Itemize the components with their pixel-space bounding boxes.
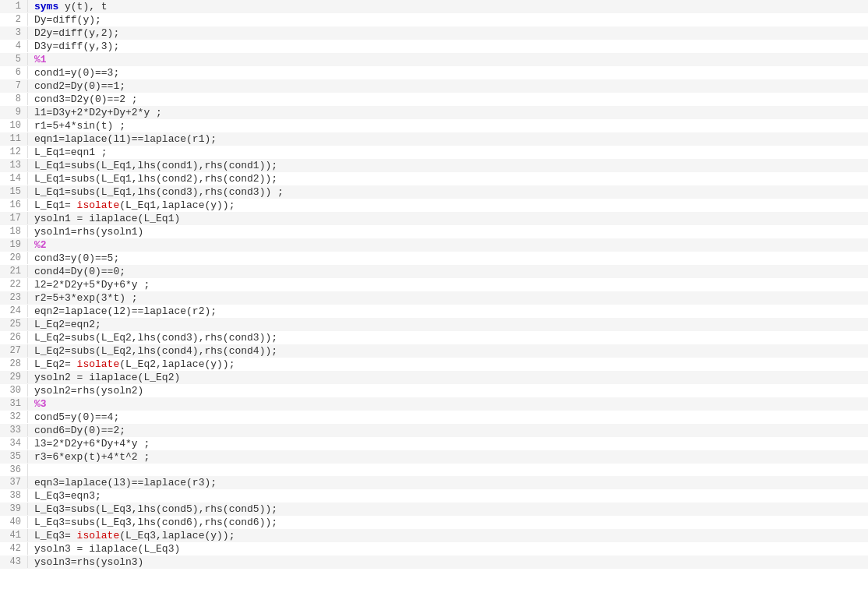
code-line: 29ysoln2 = ilaplace(L_Eq2) <box>0 371 868 384</box>
line-content: cond3=D2y(0)==2 ; <box>28 93 868 106</box>
code-line: 40L_Eq3=subs(L_Eq3,lhs(cond6),rhs(cond6)… <box>0 516 868 529</box>
line-number: 34 <box>0 437 28 450</box>
code-line: 28L_Eq2= isolate(L_Eq2,laplace(y)); <box>0 358 868 371</box>
code-editor: 1syms y(t), t2Dy=diff(y);3D2y=diff(y,2);… <box>0 0 868 589</box>
line-number: 14 <box>0 172 28 185</box>
line-number: 12 <box>0 146 28 158</box>
line-number: 22 <box>0 278 28 291</box>
line-content: L_Eq1=subs(L_Eq1,lhs(cond1),rhs(cond1)); <box>28 159 868 172</box>
line-number: 30 <box>0 384 28 397</box>
code-line: 1syms y(t), t <box>0 0 868 13</box>
code-line: 26L_Eq2=subs(L_Eq2,lhs(cond3),rhs(cond3)… <box>0 331 868 344</box>
line-content: r1=5+4*sin(t) ; <box>28 119 868 132</box>
line-content: eqn3=laplace(l3)==laplace(r3); <box>28 476 868 489</box>
code-line: 10r1=5+4*sin(t) ; <box>0 119 868 132</box>
code-line: 35r3=6*exp(t)+4*t^2 ; <box>0 450 868 464</box>
code-line: 41L_Eq3= isolate(L_Eq3,laplace(y)); <box>0 529 868 542</box>
code-line: 34l3=2*D2y+6*Dy+4*y ; <box>0 437 868 450</box>
line-number: 17 <box>0 212 28 224</box>
line-number: 24 <box>0 305 28 317</box>
line-content: ysoln3 = ilaplace(L_Eq3) <box>28 542 868 555</box>
line-content: ysoln3=rhs(ysoln3) <box>28 555 868 569</box>
code-line: 24eqn2=laplace(l2)==laplace(r2); <box>0 305 868 318</box>
line-number: 16 <box>0 199 28 211</box>
line-number: 18 <box>0 225 28 238</box>
code-line: 37eqn3=laplace(l3)==laplace(r3); <box>0 476 868 489</box>
line-number: 19 <box>0 238 28 251</box>
line-content: L_Eq3= isolate(L_Eq3,laplace(y)); <box>28 529 868 542</box>
line-content: ysoln2=rhs(ysoln2) <box>28 384 868 397</box>
line-number: 2 <box>0 13 28 26</box>
line-number: 40 <box>0 516 28 528</box>
line-content: %2 <box>28 238 868 252</box>
line-content: cond3=y(0)==5; <box>28 252 868 265</box>
line-number: 33 <box>0 424 28 436</box>
line-content: eqn1=laplace(l1)==laplace(r1); <box>28 132 868 146</box>
line-content <box>28 464 868 465</box>
line-content: L_Eq2=subs(L_Eq2,lhs(cond3),rhs(cond3)); <box>28 331 868 344</box>
line-content: cond4=Dy(0)==0; <box>28 265 868 278</box>
line-content: cond5=y(0)==4; <box>28 411 868 424</box>
line-content: %1 <box>28 53 868 66</box>
code-line: 5%1 <box>0 53 868 66</box>
line-number: 27 <box>0 344 28 357</box>
line-content: l2=2*D2y+5*Dy+6*y ; <box>28 278 868 291</box>
line-content: L_Eq1=subs(L_Eq1,lhs(cond3),rhs(cond3)) … <box>28 185 868 199</box>
code-line: 8cond3=D2y(0)==2 ; <box>0 93 868 106</box>
line-content: L_Eq1=subs(L_Eq1,lhs(cond2),rhs(cond2)); <box>28 172 868 185</box>
line-number: 37 <box>0 476 28 488</box>
line-number: 29 <box>0 371 28 383</box>
line-number: 35 <box>0 450 28 463</box>
line-number: 8 <box>0 93 28 105</box>
line-content: L_Eq1= isolate(L_Eq1,laplace(y)); <box>28 199 868 212</box>
code-line: 17ysoln1 = ilaplace(L_Eq1) <box>0 212 868 225</box>
code-line: 16L_Eq1= isolate(L_Eq1,laplace(y)); <box>0 199 868 212</box>
line-content: eqn2=laplace(l2)==laplace(r2); <box>28 305 868 318</box>
code-line: 43ysoln3=rhs(ysoln3) <box>0 555 868 569</box>
line-number: 42 <box>0 542 28 555</box>
line-content: Dy=diff(y); <box>28 13 868 26</box>
line-content: %3 <box>28 397 868 411</box>
line-content: r3=6*exp(t)+4*t^2 ; <box>28 450 868 464</box>
line-number: 9 <box>0 106 28 118</box>
line-content: L_Eq2=eqn2; <box>28 318 868 331</box>
line-content: ysoln2 = ilaplace(L_Eq2) <box>28 371 868 384</box>
code-line: 33cond6=Dy(0)==2; <box>0 424 868 437</box>
line-number: 5 <box>0 53 28 65</box>
line-content: syms y(t), t <box>28 0 868 13</box>
code-line: 19%2 <box>0 238 868 252</box>
line-content: L_Eq2=subs(L_Eq2,lhs(cond4),rhs(cond4)); <box>28 344 868 358</box>
line-number: 15 <box>0 185 28 198</box>
line-content: l1=D3y+2*D2y+Dy+2*y ; <box>28 106 868 119</box>
code-line: 11eqn1=laplace(l1)==laplace(r1); <box>0 132 868 146</box>
line-number: 13 <box>0 159 28 171</box>
line-number: 21 <box>0 265 28 277</box>
line-number: 38 <box>0 489 28 502</box>
code-line: 31%3 <box>0 397 868 411</box>
code-line: 2Dy=diff(y); <box>0 13 868 26</box>
line-content: l3=2*D2y+6*Dy+4*y ; <box>28 437 868 450</box>
code-line: 25L_Eq2=eqn2; <box>0 318 868 331</box>
line-content: r2=5+3*exp(3*t) ; <box>28 291 868 305</box>
code-line: 27L_Eq2=subs(L_Eq2,lhs(cond4),rhs(cond4)… <box>0 344 868 358</box>
line-content: L_Eq3=subs(L_Eq3,lhs(cond5),rhs(cond5)); <box>28 503 868 516</box>
code-line: 30ysoln2=rhs(ysoln2) <box>0 384 868 397</box>
line-number: 6 <box>0 66 28 79</box>
line-content: cond6=Dy(0)==2; <box>28 424 868 437</box>
line-number: 31 <box>0 397 28 410</box>
code-line: 4D3y=diff(y,3); <box>0 40 868 53</box>
code-line: 23r2=5+3*exp(3*t) ; <box>0 291 868 305</box>
line-content: D2y=diff(y,2); <box>28 26 868 40</box>
code-line: 18ysoln1=rhs(ysoln1) <box>0 225 868 238</box>
code-line: 39L_Eq3=subs(L_Eq3,lhs(cond5),rhs(cond5)… <box>0 503 868 516</box>
code-line: 7cond2=Dy(0)==1; <box>0 79 868 93</box>
code-line: 38L_Eq3=eqn3; <box>0 489 868 503</box>
code-line: 20cond3=y(0)==5; <box>0 252 868 265</box>
code-line: 14L_Eq1=subs(L_Eq1,lhs(cond2),rhs(cond2)… <box>0 172 868 185</box>
line-content: L_Eq3=eqn3; <box>28 489 868 503</box>
line-number: 25 <box>0 318 28 330</box>
line-number: 7 <box>0 79 28 92</box>
line-number: 11 <box>0 132 28 145</box>
line-content: ysoln1=rhs(ysoln1) <box>28 225 868 238</box>
line-content: cond2=Dy(0)==1; <box>28 79 868 93</box>
